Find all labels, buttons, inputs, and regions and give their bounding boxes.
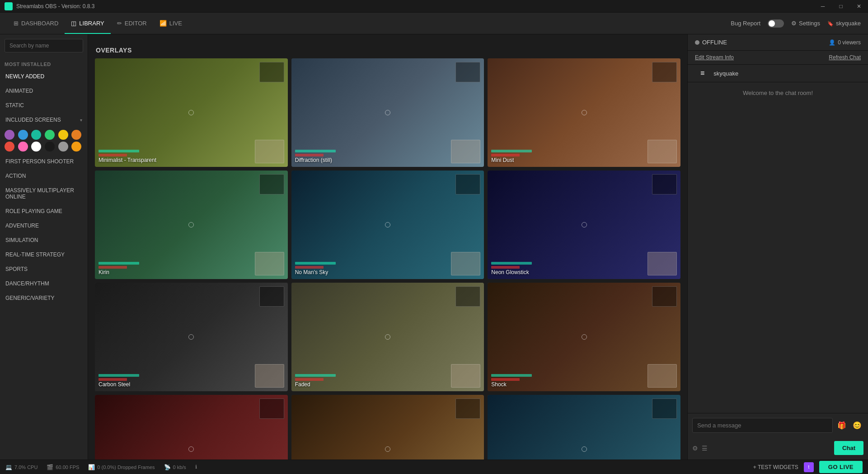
section-most-installed: MOST INSTALLED — [0, 57, 88, 69]
color-filter-dot[interactable] — [5, 142, 14, 152]
color-filter-dot[interactable] — [45, 142, 55, 152]
cpu-status: 💻 7.0% CPU — [5, 464, 38, 470]
user-button[interactable]: skyquake — [827, 20, 861, 27]
emoji-icon[interactable]: 😊 — [851, 419, 863, 431]
user-icon — [827, 20, 834, 27]
chat-footer-icons: ⚙ ☰ — [692, 445, 708, 452]
filter-dance/rhythm[interactable]: DANCE/RHYTHM — [0, 276, 88, 291]
chat-message-input[interactable] — [692, 418, 833, 433]
color-filter-dot[interactable] — [18, 130, 28, 140]
gift-icon[interactable]: 🎁 — [835, 419, 848, 431]
gear-icon — [791, 20, 797, 27]
filter-animated[interactable]: ANIMATED — [0, 84, 88, 98]
filter-real-time-strategy[interactable]: REAL-TIME STRATEGY — [0, 247, 88, 262]
bandwidth-status: 📡 0 kb/s — [164, 464, 186, 470]
library-icon: ◫ — [71, 20, 76, 27]
filter-generic/variety[interactable]: GENERIC/VARIETY — [0, 291, 88, 305]
info-status[interactable]: ℹ — [195, 464, 197, 470]
maximize-button[interactable]: □ — [832, 0, 850, 13]
chat-list-icon[interactable]: ≡ — [695, 65, 710, 82]
fps-status: 🎬 60.00 FPS — [47, 464, 79, 470]
overlay-card-neon-glowstick[interactable]: Neon Glowstick — [488, 171, 680, 279]
filter-sports[interactable]: SPORTS — [0, 262, 88, 276]
chat-tabs: ≡ skyquake — [688, 65, 868, 82]
filter-simulation[interactable]: SIMULATION — [0, 233, 88, 247]
nav-dashboard[interactable]: ⊞ DASHBOARD — [7, 13, 65, 34]
theme-toggle[interactable] — [768, 19, 784, 28]
color-filter-grid — [0, 127, 88, 154]
list-icon[interactable]: ☰ — [702, 445, 708, 452]
overlay-card-blood-moon[interactable]: Blood Moon — [95, 395, 288, 460]
card-label: No Man's Sky — [295, 269, 328, 275]
bandwidth-icon: 📡 — [164, 464, 171, 470]
filter-first-person-shooter[interactable]: FIRST PERSON SHOOTER — [0, 154, 88, 169]
chat-send-button[interactable]: Chat — [834, 441, 863, 455]
card-label: Carbon Steel — [99, 381, 130, 388]
color-filter-dot[interactable] — [58, 142, 68, 152]
card-label: Shock — [491, 381, 506, 388]
card-label: Kirin — [99, 269, 109, 275]
bug-report-link[interactable]: Bug Report — [731, 20, 760, 27]
overlay-card-carbon-steel[interactable]: Carbon Steel — [95, 283, 288, 391]
close-button[interactable]: ✕ — [850, 0, 868, 13]
statusbar: 💻 7.0% CPU 🎬 60.00 FPS 📊 0 (0.0%) Droppe… — [0, 460, 868, 474]
main-content: MOST INSTALLED NEWLY ADDED ANIMATED STAT… — [0, 34, 868, 460]
card-label: Neon Glowstick — [491, 269, 529, 275]
chat-input-row: 🎁 😊 — [692, 418, 863, 433]
navbar-right: Bug Report Settings skyquake — [731, 19, 861, 28]
chat-messages: Welcome to the chat room! — [688, 82, 868, 413]
cpu-icon: 💻 — [5, 464, 12, 470]
search-input[interactable] — [5, 39, 83, 52]
overlay-card-mini-dust[interactable]: Mini Dust — [488, 58, 680, 167]
chevron-down-icon: ▾ — [80, 118, 82, 123]
settings-icon[interactable]: ⚙ — [692, 445, 698, 452]
refresh-chat-link[interactable]: Refresh Chat — [829, 54, 861, 61]
offline-dot — [695, 40, 699, 45]
sidebar: MOST INSTALLED NEWLY ADDED ANIMATED STAT… — [0, 34, 88, 460]
color-filter-dot[interactable] — [18, 142, 28, 152]
overlay-card-shock[interactable]: Shock — [488, 283, 680, 391]
editor-icon: ✏ — [117, 20, 122, 27]
filter-massively-multiplayer-online[interactable]: MASSIVELY MULTIPLAYER ONLINE — [0, 183, 88, 204]
filter-adventure[interactable]: ADVENTURE — [0, 218, 88, 233]
settings-button[interactable]: Settings — [791, 20, 820, 27]
overlay-card-baleful-vortex[interactable]: Baleful Vortex — [291, 395, 484, 460]
filter-role-playing-game[interactable]: ROLE PLAYING GAME — [0, 204, 88, 218]
card-label: Faded — [295, 381, 310, 388]
overlay-card-faded[interactable]: Faded — [291, 283, 484, 391]
filter-static[interactable]: STATIC — [0, 98, 88, 113]
overlays-heading: OVERLAYS — [95, 41, 680, 58]
minimize-button[interactable]: ─ — [814, 0, 832, 13]
overlay-content: OVERLAYS Minimalist - TransparentDiffrac… — [88, 34, 687, 460]
overlay-card-minimalist[interactable]: Minimalist - Transparent — [95, 58, 288, 167]
signal-icon: 📶 — [160, 20, 167, 27]
nav-editor[interactable]: ✏ EDITOR — [111, 13, 153, 34]
color-filter-dot[interactable] — [5, 130, 14, 140]
nav-library[interactable]: ◫ LIBRARY — [65, 13, 110, 34]
edit-stream-info-link[interactable]: Edit Stream Info — [695, 54, 734, 61]
color-filter-dot[interactable] — [58, 130, 68, 140]
nav-live[interactable]: 📶 LIVE — [153, 13, 188, 34]
overlay-card-kirin[interactable]: Kirin — [95, 171, 288, 279]
window-controls: ─ □ ✕ — [814, 0, 868, 13]
test-widgets-button[interactable]: + TEST WIDGETS — [753, 464, 798, 470]
chat-actions: Edit Stream Info Refresh Chat — [688, 51, 868, 65]
overlay-card-nomanssky[interactable]: No Man's Sky — [291, 171, 484, 279]
color-filter-dot[interactable] — [31, 130, 41, 140]
color-filter-dot[interactable] — [45, 130, 55, 140]
overlay-card-diffraction[interactable]: Diffraction (still) — [291, 58, 484, 167]
filter-newly-added[interactable]: NEWLY ADDED — [0, 69, 88, 84]
color-filter-dot[interactable] — [31, 142, 41, 152]
welcome-message: Welcome to the chat room! — [695, 90, 861, 96]
filter-action[interactable]: ACTION — [0, 169, 88, 183]
overlay-card-cyan-stitch[interactable]: Cyan Stitch — [488, 395, 680, 460]
chat-panel: OFFLINE 👤 0 viewers Edit Stream Info Ref… — [687, 34, 868, 460]
app-logo — [5, 2, 13, 10]
go-live-button[interactable]: GO LIVE — [819, 461, 863, 473]
color-filter-dot[interactable] — [71, 130, 81, 140]
dropped-frames-status: 📊 0 (0.0%) Dropped Frames — [88, 464, 155, 470]
chat-footer: ⚙ ☰ Chat — [688, 437, 868, 460]
overlay-grid: Minimalist - TransparentDiffraction (sti… — [95, 58, 680, 460]
filter-included-screens[interactable]: INCLUDED SCREENS ▾ — [0, 113, 88, 127]
color-filter-dot[interactable] — [71, 142, 81, 152]
